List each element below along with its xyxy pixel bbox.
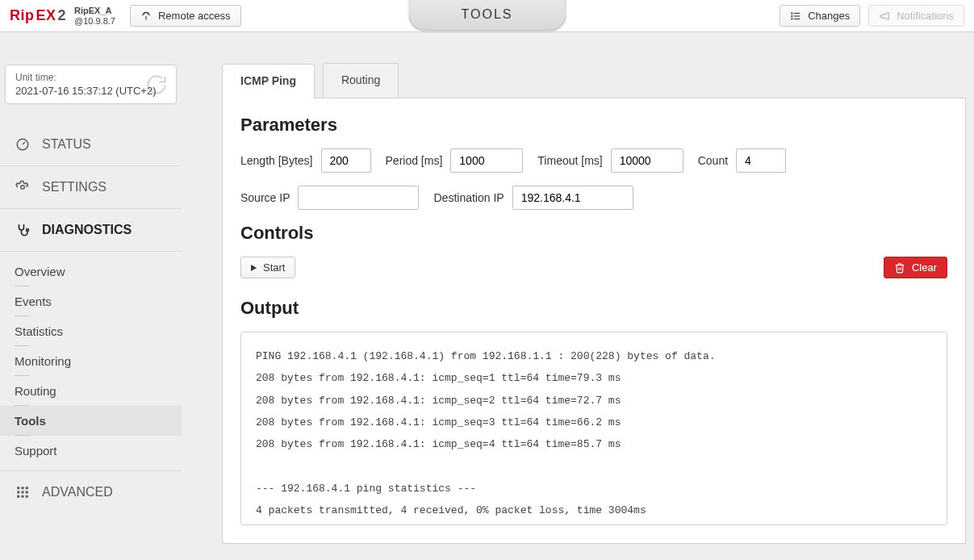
page-title-chip: TOOLS (408, 0, 566, 31)
clear-label: Clear (912, 261, 937, 274)
nav-settings-label: SETTINGS (42, 180, 107, 194)
sidebar-item-label: Overview (15, 265, 65, 278)
sidebar: Unit time: 2021-07-16 15:37:12 (UTC+2) S… (0, 32, 182, 560)
svg-rect-9 (17, 487, 19, 489)
sidebar-item-label: Statistics (15, 324, 63, 338)
diagnostics-subitems: Overview Events Statistics Monitoring Ro… (0, 251, 182, 470)
param-length: Length [Bytes] (240, 148, 371, 173)
sidebar-item-label: Events (15, 295, 52, 308)
svg-rect-13 (22, 491, 24, 494)
length-input[interactable] (321, 148, 371, 173)
svg-rect-15 (17, 495, 19, 498)
param-period: Period [ms] (386, 148, 524, 173)
remote-access-label: Remote access (158, 10, 231, 22)
sidebar-item-statistics[interactable]: Statistics (0, 316, 182, 346)
nav-section-status[interactable]: STATUS (0, 123, 182, 165)
sidebar-item-routing[interactable]: Routing (0, 376, 182, 406)
tab-routing[interactable]: Routing (323, 63, 399, 98)
source-ip-label: Source IP (240, 191, 290, 204)
megaphone-icon (879, 10, 890, 22)
unit-identity: RipEX_A @10.9.8.7 (74, 6, 115, 25)
list-icon (790, 10, 801, 22)
sidebar-item-label: Tools (15, 414, 46, 428)
tab-panel: Parameters Length [Bytes] Period [ms] Ti… (222, 98, 966, 544)
tab-label: ICMP Ping (240, 74, 296, 87)
svg-point-8 (27, 229, 29, 232)
svg-rect-16 (22, 495, 24, 498)
sidebar-item-events[interactable]: Events (0, 286, 182, 316)
page-title: TOOLS (462, 7, 513, 22)
timeout-input[interactable] (611, 148, 683, 173)
changes-label: Changes (808, 10, 850, 22)
parameters-heading: Parameters (240, 115, 947, 136)
period-label: Period [ms] (386, 154, 443, 167)
nav-advanced-label: ADVANCED (42, 485, 113, 499)
sidebar-item-monitoring[interactable]: Monitoring (0, 346, 182, 376)
sidebar-item-label: Support (15, 444, 57, 458)
notifications-button[interactable]: Notifications (868, 5, 964, 27)
unit-ip: @10.9.8.7 (74, 16, 115, 26)
unit-time-value: 2021-07-16 15:37:12 (UTC+2) (15, 85, 166, 97)
param-timeout: Timeout [ms] (537, 148, 683, 173)
sidebar-item-support[interactable]: Support (0, 436, 182, 466)
stethoscope-icon (15, 222, 31, 238)
controls-row: Start Clear (240, 257, 947, 278)
unit-time-box: Unit time: 2021-07-16 15:37:12 (UTC+2) (5, 65, 177, 104)
notifications-label: Notifications (897, 10, 954, 22)
antenna-icon (140, 10, 152, 22)
period-input[interactable] (450, 148, 523, 173)
clear-button[interactable]: Clear (884, 257, 947, 278)
param-count: Count (698, 148, 786, 173)
sidebar-item-label: Monitoring (15, 354, 71, 368)
nav-section-diagnostics[interactable]: DIAGNOSTICS (0, 208, 182, 251)
unit-time-label: Unit time: (15, 72, 166, 83)
count-input[interactable] (736, 148, 786, 173)
grid-icon (15, 484, 31, 500)
svg-rect-17 (26, 495, 28, 498)
nav-section-settings[interactable]: SETTINGS (0, 165, 182, 208)
svg-rect-14 (26, 491, 28, 494)
parameters-row-2: Source IP Destination IP (240, 186, 947, 210)
output-heading: Output (240, 298, 947, 319)
output-box: PING 192.168.4.1 (192.168.4.1) from 192.… (240, 332, 947, 525)
refresh-icon[interactable] (145, 73, 168, 96)
svg-point-7 (21, 186, 25, 190)
start-label: Start (263, 261, 285, 274)
param-source-ip: Source IP (240, 186, 419, 210)
play-icon (251, 265, 257, 271)
svg-point-3 (792, 12, 792, 13)
logo-part1: Rip (10, 7, 35, 24)
sidebar-item-label: Routing (15, 384, 56, 398)
source-ip-input[interactable] (298, 186, 419, 210)
unit-name: RipEX_A (74, 6, 115, 15)
length-label: Length [Bytes] (240, 154, 313, 167)
sidebar-item-tools[interactable]: Tools (0, 406, 182, 436)
tab-icmp-ping[interactable]: ICMP Ping (222, 64, 315, 98)
start-button[interactable]: Start (240, 257, 295, 278)
svg-rect-12 (17, 491, 19, 494)
param-dest-ip: Destination IP (433, 186, 633, 210)
gear-icon (15, 179, 31, 195)
logo-part2: EX (36, 7, 56, 24)
controls-heading: Controls (240, 223, 947, 244)
sidebar-item-overview[interactable]: Overview (0, 257, 182, 286)
svg-rect-11 (26, 487, 28, 489)
svg-point-4 (792, 15, 792, 16)
parameters-row-1: Length [Bytes] Period [ms] Timeout [ms] … (240, 148, 947, 173)
dest-ip-label: Destination IP (433, 191, 504, 204)
top-bar: RipEX2 RipEX_A @10.9.8.7 Remote access T… (0, 0, 974, 32)
gauge-icon (15, 136, 31, 153)
product-logo: RipEX2 (10, 7, 66, 24)
count-label: Count (698, 154, 728, 167)
remote-access-button[interactable]: Remote access (130, 5, 241, 27)
svg-rect-10 (22, 487, 24, 489)
dest-ip-input[interactable] (512, 186, 633, 210)
main-content: ICMP Ping Routing Parameters Length [Byt… (182, 32, 974, 560)
timeout-label: Timeout [ms] (537, 154, 602, 167)
svg-point-5 (792, 18, 792, 19)
nav-section-advanced[interactable]: ADVANCED (0, 470, 182, 513)
nav-status-label: STATUS (42, 137, 91, 152)
changes-button[interactable]: Changes (780, 5, 860, 27)
tabstrip: ICMP Ping Routing (222, 63, 966, 98)
logo-part3: 2 (58, 7, 67, 24)
